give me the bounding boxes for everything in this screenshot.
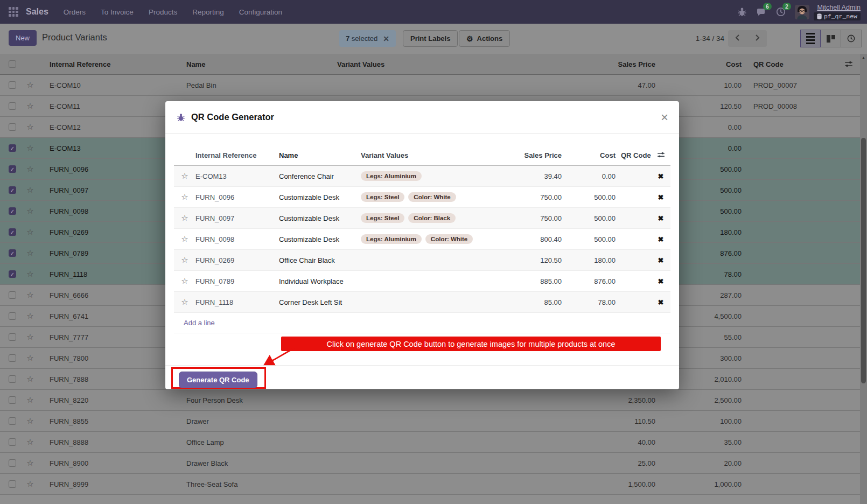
favorite-star-icon[interactable]: ☆	[19, 437, 41, 447]
favorite-star-icon[interactable]: ☆	[174, 171, 195, 181]
pager-previous-button[interactable]	[728, 30, 747, 47]
scroll-up-arrow-icon[interactable]: ▲	[860, 54, 867, 61]
favorite-star-icon[interactable]: ☆	[19, 227, 41, 237]
table-row[interactable]: ✓ ☆ FURN_8855 Drawer 110.50 100.00	[0, 411, 867, 432]
favorite-star-icon[interactable]: ☆	[174, 234, 195, 244]
favorite-star-icon[interactable]: ☆	[19, 311, 41, 321]
dialog-table-row[interactable]: ☆ FURN_0789 Individual Workplace 885.00 …	[174, 271, 670, 292]
row-checkbox[interactable]: ✓	[9, 249, 16, 257]
table-row[interactable]: ✓ ☆ E-COM10 Pedal Bin 47.00 10.00 PROD_0…	[0, 75, 867, 96]
print-labels-button[interactable]: Print Labels	[403, 30, 458, 47]
row-checkbox[interactable]: ✓	[9, 228, 16, 236]
delete-row-icon[interactable]: ✖	[658, 235, 664, 243]
row-checkbox[interactable]: ✓	[9, 333, 16, 341]
favorite-star-icon[interactable]: ☆	[19, 416, 41, 426]
favorite-star-icon[interactable]: ☆	[19, 332, 41, 342]
favorite-star-icon[interactable]: ☆	[174, 192, 195, 202]
favorite-star-icon[interactable]: ☆	[19, 290, 41, 300]
header-qr-code[interactable]: QR Code	[746, 60, 843, 68]
favorite-star-icon[interactable]: ☆	[174, 297, 195, 307]
header-name[interactable]: Name	[178, 60, 328, 68]
row-checkbox[interactable]: ✓	[9, 396, 16, 404]
menu-configuration[interactable]: Configuration	[239, 8, 282, 16]
scrollbar-thumb[interactable]	[861, 138, 866, 383]
dialog-table-row[interactable]: ☆ FURN_0097 Customizable Desk Legs: Stee…	[174, 208, 670, 229]
menu-to-invoice[interactable]: To Invoice	[101, 8, 134, 16]
favorite-star-icon[interactable]: ☆	[19, 374, 41, 384]
menu-reporting[interactable]: Reporting	[192, 8, 224, 16]
favorite-star-icon[interactable]: ☆	[19, 101, 41, 111]
select-all-checkbox[interactable]	[9, 60, 16, 68]
favorite-star-icon[interactable]: ☆	[19, 206, 41, 216]
apps-menu-icon[interactable]	[9, 7, 18, 17]
row-checkbox[interactable]: ✓	[9, 417, 16, 425]
favorite-star-icon[interactable]: ☆	[19, 353, 41, 363]
header-cost[interactable]: Cost	[562, 151, 616, 159]
actions-button[interactable]: ⚙ Actions	[459, 30, 510, 47]
favorite-star-icon[interactable]: ☆	[19, 458, 41, 468]
favorite-star-icon[interactable]: ☆	[19, 122, 41, 132]
kanban-view-button[interactable]	[821, 30, 841, 47]
menu-orders[interactable]: Orders	[64, 8, 86, 16]
table-row[interactable]: ✓ ☆ FURN_8900 Drawer Black 25.00 20.00	[0, 453, 867, 474]
delete-row-icon[interactable]: ✖	[658, 256, 664, 264]
delete-row-icon[interactable]: ✖	[658, 172, 664, 180]
row-checkbox[interactable]: ✓	[9, 270, 16, 278]
favorite-star-icon[interactable]: ☆	[19, 395, 41, 405]
generate-qr-code-button[interactable]: Generate QR Code	[179, 372, 257, 388]
activities-clock-icon[interactable]: 2	[775, 6, 786, 17]
favorite-star-icon[interactable]: ☆	[174, 255, 195, 265]
favorite-star-icon[interactable]: ☆	[19, 80, 41, 90]
dialog-table-row[interactable]: ☆ FURN_1118 Corner Desk Left Sit 85.00 7…	[174, 292, 670, 313]
debug-bug-icon[interactable]	[737, 6, 747, 17]
row-checkbox[interactable]: ✓	[9, 480, 16, 488]
activity-view-button[interactable]	[841, 30, 862, 47]
delete-row-icon[interactable]: ✖	[658, 298, 664, 306]
menu-products[interactable]: Products	[149, 8, 177, 16]
dialog-table-row[interactable]: ☆ FURN_0269 Office Chair Black 120.50 18…	[174, 250, 670, 271]
row-checkbox[interactable]: ✓	[9, 207, 16, 215]
header-variant-values[interactable]: Variant Values	[361, 151, 505, 159]
row-checkbox[interactable]: ✓	[9, 312, 16, 320]
user-menu[interactable]: Mitchell Admin pf_qr_new	[795, 4, 861, 20]
row-checkbox[interactable]: ✓	[9, 102, 16, 110]
header-variant-values[interactable]: Variant Values	[328, 60, 539, 68]
row-checkbox[interactable]: ✓	[9, 375, 16, 383]
dialog-table-row[interactable]: ☆ FURN_0096 Customizable Desk Legs: Stee…	[174, 187, 670, 208]
dialog-table-row[interactable]: ☆ E-COM13 Conference Chair Legs: Alumini…	[174, 166, 670, 187]
row-checkbox[interactable]: ✓	[9, 291, 16, 299]
favorite-star-icon[interactable]: ☆	[19, 164, 41, 174]
row-checkbox[interactable]: ✓	[9, 123, 16, 131]
header-sales-price[interactable]: Sales Price	[505, 151, 562, 159]
row-checkbox[interactable]: ✓	[9, 438, 16, 446]
header-qr-code[interactable]: QR Code	[616, 151, 651, 159]
clear-selection-icon[interactable]: ✕	[383, 34, 389, 43]
favorite-star-icon[interactable]: ☆	[19, 143, 41, 153]
row-checkbox[interactable]: ✓	[9, 354, 16, 362]
table-row[interactable]: ✓ ☆ FURN_8999 Three-Seat Sofa 1,500.00 1…	[0, 474, 867, 495]
header-name[interactable]: Name	[279, 151, 361, 159]
pager-next-button[interactable]	[747, 30, 767, 47]
header-internal-reference[interactable]: Internal Reference	[41, 60, 178, 68]
row-checkbox[interactable]: ✓	[9, 81, 16, 89]
row-checkbox[interactable]: ✓	[9, 186, 16, 194]
optional-columns-icon[interactable]	[844, 60, 853, 68]
table-row[interactable]: ✓ ☆ FURN_8220 Four Person Desk 2,350.00 …	[0, 390, 867, 411]
dialog-table-row[interactable]: ☆ FURN_0098 Customizable Desk Legs: Alum…	[174, 229, 670, 250]
messages-icon[interactable]: 6	[756, 6, 767, 17]
close-icon[interactable]: ×	[661, 111, 668, 124]
favorite-star-icon[interactable]: ☆	[19, 269, 41, 279]
app-name[interactable]: Sales	[26, 7, 48, 17]
favorite-star-icon[interactable]: ☆	[174, 213, 195, 223]
row-checkbox[interactable]: ✓	[9, 165, 16, 173]
row-checkbox[interactable]: ✓	[9, 144, 16, 152]
user-name[interactable]: Mitchell Admin	[817, 4, 861, 11]
list-view-button[interactable]	[800, 30, 821, 47]
favorite-star-icon[interactable]: ☆	[174, 276, 195, 286]
add-a-line-link[interactable]: Add a line	[184, 319, 215, 327]
header-cost[interactable]: Cost	[660, 60, 746, 68]
row-checkbox[interactable]: ✓	[9, 459, 16, 467]
favorite-star-icon[interactable]: ☆	[19, 248, 41, 258]
table-row[interactable]: ✓ ☆ FURN_8888 Office Lamp 40.00 35.00	[0, 432, 867, 453]
header-sales-price[interactable]: Sales Price	[539, 60, 660, 68]
